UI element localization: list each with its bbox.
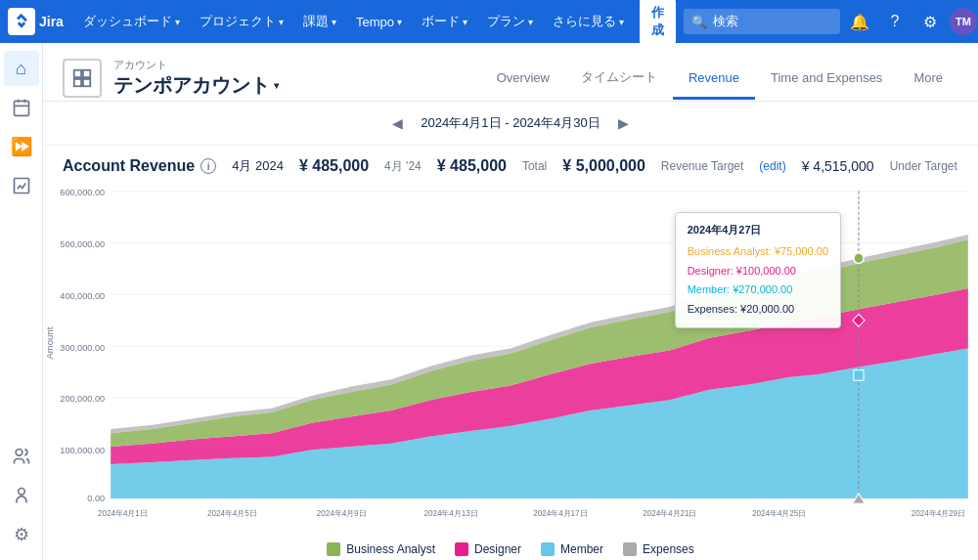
account-label: アカウント bbox=[113, 58, 469, 72]
nav-tempo[interactable]: Tempo▾ bbox=[348, 11, 410, 33]
svg-text:300,000.00: 300,000.00 bbox=[60, 342, 105, 352]
svg-text:400,000.00: 400,000.00 bbox=[60, 290, 105, 300]
revenue-under-label: Under Target bbox=[890, 159, 957, 173]
revenue-target-label: Revenue Target bbox=[661, 159, 744, 173]
prev-period-button[interactable]: ◀ bbox=[385, 111, 409, 135]
search-placeholder: 検索 bbox=[713, 13, 738, 30]
legend-member: Member bbox=[541, 542, 603, 556]
create-button[interactable]: 作成 bbox=[640, 0, 676, 44]
tab-overview[interactable]: Overview bbox=[481, 57, 565, 100]
app-body: ⌂ ⏩ ⚙ アカウント テンポアカウント ▾ bbox=[0, 43, 978, 560]
revenue-target-edit[interactable]: (edit) bbox=[759, 159, 785, 173]
svg-text:Amount: Amount bbox=[45, 326, 55, 359]
legend-designer-box bbox=[455, 542, 468, 556]
svg-text:2024年4月25日: 2024年4月25日 bbox=[752, 508, 806, 518]
nav-issues[interactable]: 課題▾ bbox=[295, 9, 344, 34]
revenue-under-amount: ¥ 4,515,000 bbox=[802, 158, 874, 174]
date-navigation: ◀ 2024年4月1日 - 2024年4月30日 ▶ bbox=[43, 102, 978, 146]
tab-time-expenses[interactable]: Time and Expenses bbox=[755, 57, 898, 100]
legend-expenses-label: Expenses bbox=[643, 542, 694, 556]
member-datapoint bbox=[854, 370, 864, 381]
search-icon: 🔍 bbox=[691, 15, 707, 29]
nav-projects[interactable]: プロジェクト▾ bbox=[192, 9, 291, 34]
help-icon[interactable]: ? bbox=[879, 6, 911, 37]
svg-rect-4 bbox=[14, 179, 28, 194]
svg-text:2024年4月13日: 2024年4月13日 bbox=[423, 508, 477, 518]
svg-text:200,000.00: 200,000.00 bbox=[60, 394, 105, 404]
svg-rect-9 bbox=[74, 78, 81, 85]
revenue-month-amount: ¥ 485,000 bbox=[299, 157, 369, 175]
svg-point-6 bbox=[18, 489, 24, 495]
account-name[interactable]: テンポアカウント ▾ bbox=[113, 72, 469, 99]
sidebar-chart[interactable] bbox=[4, 168, 39, 203]
legend-ba-box bbox=[327, 542, 340, 556]
sidebar-people[interactable] bbox=[4, 439, 39, 474]
account-header: アカウント テンポアカウント ▾ Overview タイムシート Revenue… bbox=[43, 43, 978, 102]
svg-text:2024年4月9日: 2024年4月9日 bbox=[317, 508, 367, 518]
svg-rect-0 bbox=[14, 101, 28, 115]
svg-text:2024年4月5日: 2024年4月5日 bbox=[207, 508, 257, 518]
jira-logo-icon bbox=[8, 8, 35, 35]
tab-revenue[interactable]: Revenue bbox=[673, 57, 755, 100]
legend-expenses: Expenses bbox=[623, 542, 694, 556]
svg-text:2024年4月1日: 2024年4月1日 bbox=[98, 508, 148, 518]
chart-legend: Business Analyst Designer Member Expense… bbox=[43, 535, 978, 560]
next-period-button[interactable]: ▶ bbox=[612, 111, 636, 135]
info-icon[interactable]: i bbox=[200, 158, 216, 174]
main-content: アカウント テンポアカウント ▾ Overview タイムシート Revenue… bbox=[43, 43, 978, 560]
svg-rect-10 bbox=[83, 78, 90, 85]
svg-text:600,000.00: 600,000.00 bbox=[60, 188, 105, 197]
nav-plan[interactable]: プラン▾ bbox=[479, 9, 541, 34]
top-navigation: Jira ダッシュボード▾ プロジェクト▾ 課題▾ Tempo▾ ボード▾ プラ… bbox=[0, 0, 978, 43]
legend-ba-label: Business Analyst bbox=[346, 542, 435, 556]
revenue-total-label: Total bbox=[522, 159, 547, 173]
nav-more[interactable]: さらに見る▾ bbox=[545, 9, 632, 34]
svg-text:2024年4月17日: 2024年4月17日 bbox=[533, 508, 587, 518]
chart-container: 600,000.00 500,000.00 400,000.00 300,000… bbox=[43, 183, 978, 535]
notification-icon[interactable]: 🔔 bbox=[844, 6, 875, 37]
revenue-title: Account Revenue i bbox=[63, 157, 216, 175]
svg-rect-8 bbox=[83, 69, 90, 76]
search-bar[interactable]: 🔍 検索 bbox=[684, 9, 840, 34]
sidebar-forward[interactable]: ⏩ bbox=[4, 129, 39, 164]
legend-designer: Designer bbox=[455, 542, 521, 556]
legend-member-box bbox=[541, 542, 555, 556]
legend-expenses-box bbox=[623, 542, 637, 556]
date-range: 2024年4月1日 - 2024年4月30日 bbox=[421, 114, 600, 132]
sidebar-person[interactable] bbox=[4, 478, 39, 513]
avatar[interactable]: TM bbox=[950, 8, 977, 35]
sidebar: ⌂ ⏩ ⚙ bbox=[0, 43, 43, 560]
jira-text: Jira bbox=[39, 14, 64, 29]
revenue-target-amount: ¥ 5,000,000 bbox=[562, 157, 645, 175]
revenue-total-amount: ¥ 485,000 bbox=[437, 157, 507, 175]
sidebar-calendar[interactable] bbox=[4, 90, 39, 125]
sidebar-settings[interactable]: ⚙ bbox=[4, 517, 39, 552]
revenue-chart: 600,000.00 500,000.00 400,000.00 300,000… bbox=[43, 183, 978, 535]
nav-icons: 🔔 ? ⚙ TM bbox=[844, 6, 977, 37]
svg-rect-7 bbox=[74, 69, 81, 76]
account-tabs: Overview タイムシート Revenue Time and Expense… bbox=[481, 55, 958, 101]
revenue-header: Account Revenue i 4月 2024 ¥ 485,000 4月 '… bbox=[43, 146, 978, 183]
settings-icon[interactable]: ⚙ bbox=[914, 6, 946, 37]
jira-logo[interactable]: Jira bbox=[8, 8, 64, 35]
svg-text:0.00: 0.00 bbox=[87, 494, 105, 503]
account-dropdown-icon: ▾ bbox=[274, 80, 279, 91]
svg-point-5 bbox=[16, 450, 22, 456]
tab-more[interactable]: More bbox=[898, 57, 958, 100]
nav-board[interactable]: ボード▾ bbox=[414, 9, 475, 34]
revenue-period: 4月 2024 bbox=[232, 157, 284, 175]
sidebar-home[interactable]: ⌂ bbox=[4, 51, 39, 86]
revenue-month-label: 4月 '24 bbox=[384, 158, 422, 175]
svg-text:100,000.00: 100,000.00 bbox=[60, 446, 105, 455]
legend-member-label: Member bbox=[560, 542, 603, 556]
legend-designer-label: Designer bbox=[474, 542, 521, 556]
tab-timesheet[interactable]: タイムシート bbox=[565, 55, 673, 101]
account-info: アカウント テンポアカウント ▾ bbox=[113, 58, 469, 99]
svg-text:2024年4月21日: 2024年4月21日 bbox=[643, 508, 696, 518]
ba-datapoint bbox=[854, 253, 864, 264]
account-icon bbox=[63, 59, 102, 98]
svg-text:2024年4月29日: 2024年4月29日 bbox=[911, 508, 965, 518]
svg-text:500,000.00: 500,000.00 bbox=[60, 238, 105, 248]
legend-ba: Business Analyst bbox=[327, 542, 435, 556]
nav-dashboard[interactable]: ダッシュボード▾ bbox=[75, 9, 188, 34]
